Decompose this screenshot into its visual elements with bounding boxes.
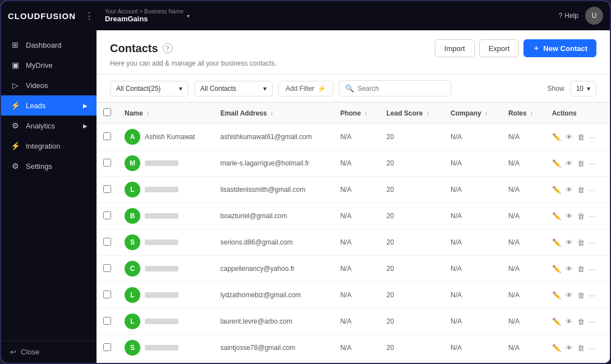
name-sort-icon[interactable]: ↕ — [146, 110, 149, 117]
edit-icon[interactable]: ✏️ — [552, 265, 561, 273]
row-checkbox-cell — [97, 335, 118, 361]
edit-icon[interactable]: ✏️ — [552, 212, 561, 220]
edit-icon[interactable]: ✏️ — [552, 317, 561, 326]
table-row: L lisastdenissmith@gmail.com N/A 20 N/A … — [97, 177, 610, 203]
edit-icon[interactable]: ✏️ — [552, 291, 561, 300]
sidebar-item-videos[interactable]: ▷ Videos — [1, 75, 97, 95]
row-name-cell: L — [118, 308, 214, 335]
help-button[interactable]: ? Help — [559, 12, 578, 20]
more-icon[interactable]: ··· — [589, 133, 595, 141]
sidebar-item-mydrive[interactable]: ▣ MyDrive — [1, 55, 97, 75]
row-checkbox[interactable] — [103, 238, 111, 246]
row-checkbox[interactable] — [103, 132, 111, 140]
row-roles: N/A — [502, 335, 545, 361]
delete-icon[interactable]: 🗑 — [577, 212, 585, 220]
row-checkbox[interactable] — [103, 264, 111, 272]
all-contacts-filter-dropdown[interactable]: All Contacts ▾ — [194, 81, 273, 96]
view-icon[interactable]: 👁 — [566, 133, 573, 141]
sidebar-bottom: ↩ Close — [1, 340, 97, 363]
row-checkbox-cell — [97, 229, 118, 256]
sidebar-item-integration[interactable]: ⚡ Integration — [1, 136, 97, 156]
row-checkbox[interactable] — [103, 291, 111, 298]
edit-icon[interactable]: ✏️ — [552, 238, 561, 247]
more-icon[interactable]: ··· — [589, 344, 595, 352]
sidebar-item-leads[interactable]: ⚡ Leads ▶ — [1, 95, 97, 116]
contact-filter-dropdown[interactable]: All Contact(25) ▾ — [110, 81, 189, 96]
table-row: C cappellenancy@yahoo.fr N/A 20 N/A N/A … — [97, 256, 610, 282]
view-icon[interactable]: 👁 — [566, 212, 573, 220]
more-icon[interactable]: ··· — [589, 291, 595, 300]
edit-icon[interactable]: ✏️ — [552, 133, 561, 141]
contact-avatar: S — [125, 340, 140, 356]
row-company: N/A — [444, 229, 502, 256]
select-all-checkbox[interactable] — [103, 108, 111, 116]
row-roles: N/A — [502, 256, 545, 282]
import-button[interactable]: Import — [435, 39, 475, 57]
view-icon[interactable]: 👁 — [566, 265, 573, 273]
sidebar-item-analytics[interactable]: ⚙ Analytics ▶ — [1, 116, 97, 136]
more-icon[interactable]: ··· — [589, 186, 595, 194]
delete-icon[interactable]: 🗑 — [577, 344, 585, 352]
row-score: 20 — [380, 256, 444, 282]
new-contact-button[interactable]: ＋ New Contact — [523, 39, 596, 57]
more-icon[interactable]: ··· — [589, 212, 595, 220]
more-icon[interactable]: ··· — [589, 317, 595, 326]
row-checkbox[interactable] — [103, 211, 111, 219]
row-phone: N/A — [333, 308, 379, 335]
row-checkbox[interactable] — [103, 159, 111, 167]
export-button[interactable]: Export — [479, 39, 520, 57]
edit-icon[interactable]: ✏️ — [552, 186, 561, 194]
view-icon[interactable]: 👁 — [566, 238, 573, 247]
sidebar-label-leads: Leads — [26, 102, 45, 110]
more-icon[interactable]: ··· — [589, 265, 595, 273]
row-phone: N/A — [333, 203, 379, 229]
delete-icon[interactable]: 🗑 — [577, 186, 585, 194]
contact-avatar: A — [125, 129, 140, 145]
view-icon[interactable]: 👁 — [566, 186, 573, 194]
app-window: CLOUDFUSION ⋮ Your Account > Business Na… — [0, 0, 611, 364]
phone-sort-icon[interactable]: ↕ — [364, 110, 367, 117]
view-icon[interactable]: 👁 — [566, 291, 573, 300]
sidebar-item-settings[interactable]: ⚙ Settings — [1, 156, 97, 176]
view-icon[interactable]: 👁 — [566, 317, 573, 326]
info-icon[interactable]: ? — [163, 43, 173, 53]
email-sort-icon[interactable]: ↕ — [270, 110, 273, 117]
more-icon[interactable]: ··· — [589, 238, 595, 247]
view-icon[interactable]: 👁 — [566, 159, 573, 168]
row-company: N/A — [444, 361, 502, 363]
sidebar-close-button[interactable]: ↩ Close — [10, 348, 88, 356]
account-name: DreamGains — [105, 15, 183, 23]
row-checkbox[interactable] — [103, 317, 111, 325]
company-sort-icon[interactable]: ↕ — [485, 110, 488, 117]
row-checkbox[interactable] — [103, 185, 111, 193]
avatar[interactable]: U — [585, 7, 603, 25]
search-input[interactable] — [357, 85, 445, 93]
contact-avatar: L — [125, 314, 140, 329]
view-icon[interactable]: 👁 — [566, 344, 573, 352]
row-actions: ✏️ 👁 🗑 ··· — [545, 361, 610, 363]
add-filter-button[interactable]: Add Filter ⚡ — [278, 81, 333, 96]
delete-icon[interactable]: 🗑 — [577, 133, 585, 141]
plus-icon: ＋ — [532, 43, 540, 53]
delete-icon[interactable]: 🗑 — [577, 291, 585, 300]
filter-icon: ⚡ — [318, 85, 326, 93]
roles-sort-icon[interactable]: ↕ — [530, 110, 533, 117]
delete-icon[interactable]: 🗑 — [577, 238, 585, 247]
row-checkbox[interactable] — [103, 343, 111, 351]
contact-avatar: C — [125, 261, 140, 277]
edit-icon[interactable]: ✏️ — [552, 344, 561, 352]
topbar-menu-icon[interactable]: ⋮ — [85, 11, 94, 21]
row-company: N/A — [444, 124, 502, 150]
row-checkbox-cell — [97, 282, 118, 308]
show-count-dropdown[interactable]: 10 ▾ — [570, 81, 596, 96]
delete-icon[interactable]: 🗑 — [577, 159, 585, 168]
table-row: S saintjosse78@gmail.com N/A 20 N/A N/A … — [97, 335, 610, 361]
analytics-icon: ⚙ — [10, 121, 20, 130]
delete-icon[interactable]: 🗑 — [577, 317, 585, 326]
delete-icon[interactable]: 🗑 — [577, 265, 585, 273]
account-selector[interactable]: Your Account > Business Name DreamGains … — [105, 8, 190, 23]
edit-icon[interactable]: ✏️ — [552, 159, 561, 168]
sidebar-item-dashboard[interactable]: ⊞ Dashboard — [1, 35, 97, 55]
more-icon[interactable]: ··· — [589, 159, 595, 168]
score-sort-icon[interactable]: ↕ — [426, 110, 429, 117]
